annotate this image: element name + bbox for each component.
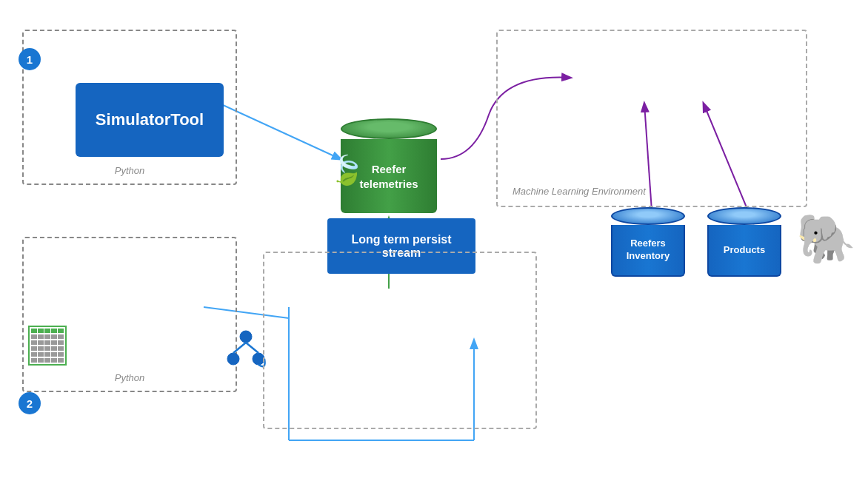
svg-point-9 xyxy=(227,353,239,365)
products-top xyxy=(707,207,781,225)
ml-environment-container: Pandas DF Machine Learning Environment xyxy=(496,30,807,207)
python-label-1: Python xyxy=(115,165,144,176)
postgresql-elephant-icon: 🐘 xyxy=(796,211,856,267)
reefers-inventory-label: Reefers Inventory xyxy=(612,238,684,263)
kafka-icon xyxy=(226,329,267,378)
simulator-tool-box: SimulatorTool xyxy=(76,83,224,157)
simulator-tool-label: SimulatorTool xyxy=(96,110,204,129)
products-label: Products xyxy=(724,244,765,257)
kafka-topic-container: 0 1 2 3 4 5 reeferTelemetries xyxy=(263,252,537,429)
svg-line-11 xyxy=(233,343,246,353)
svg-line-12 xyxy=(246,343,258,353)
simulator-app-container: SimulatorApp Python xyxy=(22,237,237,392)
reefers-inventory-top xyxy=(611,207,685,225)
simulator-tool-container: SimulatorTool Python xyxy=(22,30,237,185)
ml-env-label: Machine Learning Environment xyxy=(513,186,646,197)
reefer-telemetries-label: Reefer telemetries xyxy=(359,162,418,191)
reefers-inventory-body: Reefers Inventory xyxy=(611,225,685,277)
python-label-2: Python xyxy=(115,372,144,383)
mongodb-leaf-icon: 🍃 xyxy=(330,154,364,186)
svg-point-8 xyxy=(240,331,252,343)
database-grid-icon xyxy=(28,326,67,366)
products-body: Products xyxy=(707,225,781,277)
diagram: SimulatorTool Python 1 SimulatorApp Pyth… xyxy=(0,0,868,478)
products-cylinder: Products xyxy=(707,207,781,277)
badge-2: 2 xyxy=(19,392,41,414)
reefers-inventory-cylinder: Reefers Inventory xyxy=(611,207,685,277)
badge-1: 1 xyxy=(19,48,41,70)
